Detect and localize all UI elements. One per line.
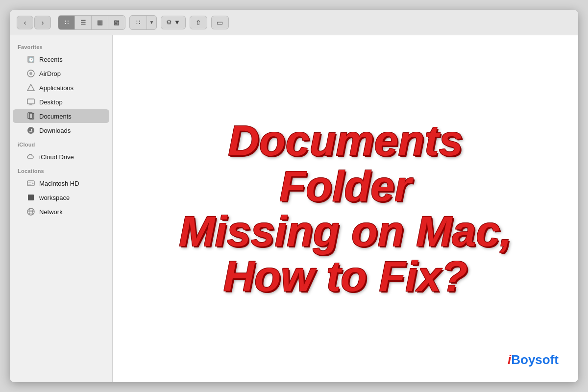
icloud-drive-icon [26, 152, 35, 161]
share-button[interactable]: ⇧ [190, 16, 207, 29]
column-view-button[interactable]: ▦ [92, 16, 108, 29]
action-button[interactable]: ⚙ ▼ [161, 16, 186, 29]
gallery-view-button[interactable]: ▩ [108, 16, 125, 29]
headline-line1: Documents Folder [228, 116, 463, 210]
macintosh-hd-label: Macintosh HD [39, 180, 79, 187]
sidebar-item-network[interactable]: Network [13, 205, 109, 219]
view-mode-group: ∷ ☰ ▦ ▩ [58, 15, 125, 30]
recents-label: Recents [39, 56, 63, 63]
applications-icon [26, 83, 35, 92]
sidebar-item-desktop[interactable]: Desktop [13, 95, 109, 109]
documents-label: Documents [39, 113, 72, 120]
svg-rect-8 [28, 113, 32, 119]
main-panel: Documents Folder Missing on Mac, How to … [113, 35, 578, 382]
iboysoft-brand: iBoysoft [508, 352, 559, 368]
sidebar-item-icloud-drive[interactable]: iCloud Drive [13, 150, 109, 164]
icon-view-button[interactable]: ∷ [58, 16, 75, 29]
workspace-icon [26, 193, 35, 202]
content-area: Favorites 🕐 Recents AirDrop [10, 35, 578, 382]
sidebar-item-workspace[interactable]: workspace [13, 191, 109, 204]
downloads-icon [26, 126, 35, 135]
tag-button[interactable]: ▭ [211, 16, 229, 29]
svg-rect-17 [28, 195, 34, 200]
desktop-label: Desktop [39, 98, 63, 106]
brand-suffix: Boysoft [511, 352, 559, 367]
headline-line2: Missing on Mac, [179, 207, 512, 255]
desktop-icon [26, 98, 35, 106]
favorites-header: Favorites [10, 40, 112, 52]
sidebar-item-macintosh-hd[interactable]: Macintosh HD [13, 176, 109, 190]
recents-icon: 🕐 [26, 55, 35, 64]
sidebar-item-documents[interactable]: Documents [13, 109, 109, 123]
group-dropdown-arrow[interactable]: ▼ [147, 16, 156, 29]
forward-button[interactable]: › [34, 16, 51, 29]
group-view-icon: ∷ [130, 16, 147, 29]
gear-icon: ⚙ [166, 19, 172, 26]
column-view-icon: ▦ [97, 19, 103, 26]
svg-marker-4 [27, 84, 34, 91]
sidebar-item-downloads[interactable]: Downloads [13, 123, 109, 137]
icloud-drive-label: iCloud Drive [39, 153, 74, 161]
action-dropdown-arrow: ▼ [174, 19, 180, 26]
workspace-label: workspace [39, 194, 70, 201]
forward-icon: › [42, 19, 44, 26]
headline-line3: How to Fix? [223, 252, 468, 300]
back-icon: ‹ [24, 19, 26, 26]
nav-group: ‹ › [17, 16, 51, 29]
gallery-view-icon: ▩ [114, 19, 120, 26]
group-by-dropdown[interactable]: ∷ ▼ [129, 15, 157, 30]
svg-rect-7 [28, 105, 33, 105]
airdrop-icon [26, 69, 35, 78]
svg-rect-6 [29, 104, 32, 105]
sidebar: Favorites 🕐 Recents AirDrop [10, 35, 113, 382]
list-view-button[interactable]: ☰ [75, 16, 92, 29]
sidebar-item-airdrop[interactable]: AirDrop [13, 67, 109, 80]
share-icon: ⇧ [196, 19, 201, 26]
documents-icon [26, 112, 35, 121]
svg-point-3 [29, 72, 32, 75]
svg-rect-9 [29, 113, 34, 119]
sidebar-item-recents[interactable]: 🕐 Recents [13, 52, 109, 66]
network-icon [26, 207, 35, 216]
network-label: Network [39, 208, 63, 216]
macintosh-hd-icon [26, 179, 35, 188]
headline: Documents Folder Missing on Mac, How to … [140, 108, 551, 309]
airdrop-label: AirDrop [39, 70, 61, 77]
back-button[interactable]: ‹ [17, 16, 33, 29]
applications-label: Applications [39, 84, 74, 92]
sidebar-item-applications[interactable]: Applications [13, 81, 109, 95]
finder-window: ‹ › ∷ ☰ ▦ ▩ ∷ ▼ ⚙ ▼ [10, 10, 578, 382]
locations-header: Locations [10, 164, 112, 176]
icon-view-icon: ∷ [65, 19, 69, 26]
list-view-icon: ☰ [80, 19, 86, 26]
svg-text:🕐: 🕐 [28, 57, 34, 63]
downloads-label: Downloads [39, 127, 71, 134]
tag-icon: ▭ [217, 19, 223, 26]
svg-rect-5 [27, 99, 34, 104]
toolbar: ‹ › ∷ ☰ ▦ ▩ ∷ ▼ ⚙ ▼ [10, 10, 578, 35]
icloud-header: iCloud [10, 138, 112, 149]
svg-point-14 [32, 183, 34, 184]
